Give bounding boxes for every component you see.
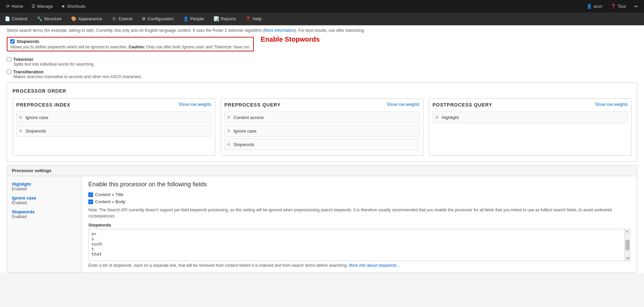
stopwords-textarea[interactable]: or s such t that — [89, 229, 630, 260]
transliteration-row: Transliteration — [7, 69, 637, 74]
stopwords-caution-text: Only use after both 'Ignore case' and 'T… — [146, 45, 250, 49]
nav-appearance[interactable]: 🎨 Appearance — [66, 13, 107, 25]
preprocess-query-header: PREPROCESS QUERY Show row weights — [224, 102, 420, 108]
ignore-case-label-query: Ignore case — [234, 128, 257, 134]
manage-button[interactable]: ☰ Manage — [28, 0, 57, 13]
ignore-case-link[interactable]: Ignore case — [12, 195, 36, 200]
ignore-case-label-index: Ignore case — [25, 115, 48, 120]
help-label: Help — [252, 16, 262, 21]
field-title-label: Content » Title — [95, 192, 124, 197]
ps-main-title: Enable this processor on the following f… — [88, 181, 630, 188]
draggable-stopwords-index[interactable]: ✛ Stopwords — [16, 125, 212, 137]
drag-handle-icon-4: ✛ — [227, 128, 231, 134]
stopwords-more-info-link[interactable]: More info about stopwords... — [349, 263, 400, 268]
admin-bar-right: 👤 arun ❓ Tour ⇔ — [583, 0, 641, 13]
field-title-row: ✓ Content » Title — [88, 192, 630, 197]
stopwords-description: Allows you to define stopwords which wil… — [10, 45, 250, 49]
stopwords-textarea-wrapper: or s such t that Add words here which yo… — [88, 229, 630, 261]
tour-label: Tour — [618, 4, 626, 9]
stopwords-settings-link[interactable]: Stopwords — [12, 209, 35, 214]
processor-order-title: PROCESSOR ORDER — [13, 88, 631, 94]
nav-extend[interactable]: ➕ Extend — [107, 13, 137, 25]
appearance-icon: 🎨 — [71, 16, 76, 21]
draggable-ignore-case-index[interactable]: ✛ Ignore case — [16, 112, 212, 123]
tokenizer-desc: Splits text into individual words for se… — [14, 62, 637, 67]
draggable-highlight[interactable]: ✛ Highlight — [432, 112, 628, 123]
nav-help[interactable]: ❓ Help — [241, 13, 266, 25]
postprocess-query-column: POSTPROCESS QUERY Show row weights ✛ Hig… — [429, 98, 631, 156]
expand-icon: ⇔ — [634, 4, 638, 9]
transliteration-checkbox[interactable] — [7, 70, 11, 74]
shortcuts-button[interactable]: ★ Shortcuts — [58, 0, 89, 13]
highlight-status: Enabled — [12, 187, 76, 191]
manage-label: Manage — [37, 4, 53, 9]
reports-icon: 📊 — [214, 16, 219, 21]
processor-settings-sidebar: Highlight Enabled Ignore case Enabled St… — [7, 176, 82, 273]
body-checkbox[interactable]: ✓ — [88, 199, 93, 204]
secondary-nav: 📄 Content 🔧 Structure 🎨 Appearance ➕ Ext… — [0, 13, 644, 25]
stopwords-section: Stopwords Allows you to define stopwords… — [0, 34, 644, 55]
user-menu[interactable]: 👤 arun — [583, 0, 606, 13]
processor-settings-section: Processor settings Highlight Enabled Ign… — [7, 165, 637, 273]
stopwords-caution: Caution: — [129, 45, 145, 49]
stopwords-hint: Enter a list of stopwords, each on a sep… — [88, 263, 630, 268]
appearance-label: Appearance — [78, 16, 102, 21]
ignore-case-status: Enabled — [12, 200, 76, 205]
postprocess-query-show-weights[interactable]: Show row weights — [595, 102, 628, 107]
highlight-link[interactable]: Highlight — [12, 182, 31, 187]
more-info-link[interactable]: More information — [264, 28, 295, 33]
stopwords-settings-status: Enabled — [12, 214, 76, 219]
processor-settings-title: Processor settings — [7, 165, 637, 176]
drag-handle-icon-2: ✛ — [19, 128, 23, 134]
stopwords-field-label: Stopwords — [88, 222, 630, 228]
postprocess-query-title: POSTPROCESS QUERY — [432, 102, 492, 108]
stopwords-desc-text: Allows you to define stopwords which wil… — [10, 45, 128, 49]
drag-handle-icon: ✛ — [19, 115, 23, 120]
nav-content[interactable]: 📄 Content — [0, 13, 32, 25]
preprocess-query-show-weights[interactable]: Show row weights — [387, 102, 420, 107]
processor-order-section: PROCESSOR ORDER PREPROCESS INDEX Show ro… — [7, 82, 637, 162]
shortcuts-icon: ★ — [61, 4, 65, 9]
expand-button[interactable]: ⇔ — [631, 0, 641, 13]
stopwords-row: Stopwords — [10, 39, 250, 44]
transliteration-label: Transliteration — [13, 69, 44, 74]
tokenizer-checkbox[interactable] — [7, 57, 11, 62]
ps-stopwords[interactable]: Stopwords Enabled — [7, 207, 81, 221]
ps-ignore-case[interactable]: Ignore case Enabled — [7, 193, 81, 207]
transliteration-section: Transliteration Makes searches insensiti… — [7, 69, 637, 79]
stopwords-checkbox-box: Stopwords Allows you to define stopwords… — [7, 37, 254, 51]
processor-settings-main: Enable this processor on the following f… — [82, 176, 637, 273]
home-label: Home — [12, 4, 23, 9]
stopwords-hint-text: Enter a list of stopwords, each on a sep… — [88, 263, 348, 268]
highlight-label: Highlight — [442, 115, 459, 120]
people-icon: 👤 — [183, 16, 188, 21]
configuration-label: Configuration — [148, 16, 174, 21]
tour-button[interactable]: ❓ Tour — [607, 0, 629, 13]
user-label: arun — [594, 4, 602, 9]
stopwords-checkbox[interactable] — [10, 39, 15, 44]
people-label: People — [190, 16, 204, 21]
drag-handle-icon-6: ✛ — [435, 115, 439, 120]
nav-people[interactable]: 👤 People — [178, 13, 208, 25]
nav-structure[interactable]: 🔧 Structure — [32, 13, 67, 25]
preprocess-index-show-weights[interactable]: Show row weights — [179, 102, 212, 107]
draggable-content-access[interactable]: ✛ Content access — [224, 112, 420, 123]
preprocess-index-header: PREPROCESS INDEX Show row weights — [16, 102, 212, 108]
draggable-stopwords-query[interactable]: ✛ Stopwords — [224, 139, 420, 150]
content-label: Content — [12, 16, 27, 21]
extend-label: Extend — [118, 16, 132, 21]
title-checkbox[interactable]: ✓ — [88, 192, 93, 197]
field-body-row: ✓ Content » Body — [88, 199, 630, 204]
tokenizer-row: Tokenizer — [7, 57, 637, 62]
draggable-ignore-case-query[interactable]: ✛ Ignore case — [224, 125, 420, 137]
field-body-label: Content » Body — [95, 199, 126, 204]
nav-reports[interactable]: 📊 Reports — [209, 13, 241, 25]
home-button[interactable]: ⟳ Home — [3, 0, 27, 13]
postprocess-query-header: POSTPROCESS QUERY Show row weights — [432, 102, 628, 108]
drag-handle-icon-5: ✛ — [227, 142, 231, 147]
shortcuts-label: Shortcuts — [67, 4, 86, 9]
stemmer-text-start: Stems search terms (for example, talking… — [7, 28, 365, 33]
ps-highlight[interactable]: Highlight Enabled — [7, 180, 81, 193]
nav-configuration[interactable]: ⚙ Configuration — [137, 13, 178, 25]
tour-icon: ❓ — [610, 4, 616, 9]
